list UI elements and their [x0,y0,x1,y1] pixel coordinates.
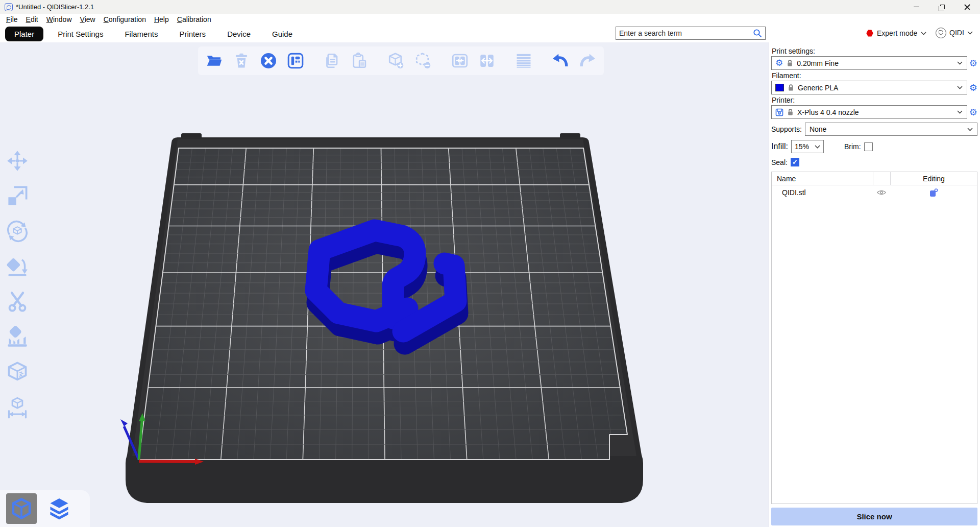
redo-button[interactable] [576,50,599,72]
measure-button[interactable] [5,395,30,420]
seam-painting-button[interactable] [5,360,30,385]
object-row-qidi-stl[interactable]: QIDI.stl [772,185,977,200]
delete-icon [232,52,251,70]
arrange-button[interactable] [284,50,307,72]
cut-button[interactable] [5,290,30,314]
qidislicer-window: *Untitled - QIDISlicer-1.2.1 File Edit W… [0,0,980,527]
split-to-parts-icon [478,52,496,70]
close-button[interactable] [954,0,980,14]
account-menu[interactable]: QIDI [936,26,973,40]
scale-button[interactable] [5,184,30,208]
print-settings-gear-button[interactable]: ⚙ [969,59,977,68]
chevron-down-icon [967,128,973,131]
seam-painting-icon [6,361,29,384]
filament-gear-button[interactable]: ⚙ [969,83,977,92]
slice-now-button[interactable]: Slice now [771,508,977,525]
object-list-header: Name Editing [772,172,977,185]
search-icon[interactable] [752,28,763,38]
print-settings-value: 0.20mm Fine [797,59,953,67]
gizmo-toolbar [5,149,30,420]
copy-button[interactable] [321,50,344,72]
rotate-button[interactable] [5,219,30,244]
paste-button[interactable] [348,50,371,72]
brim-checkbox[interactable] [864,142,873,151]
variable-layer-height-icon [514,52,533,70]
paint-supports-button[interactable] [5,325,30,349]
filament-combo[interactable]: Generic PLA [771,81,967,94]
menu-configuration[interactable]: Configuration [100,14,150,25]
search-input[interactable] [616,29,752,37]
filament-color-swatch [775,84,784,91]
eye-icon [877,189,886,196]
chevron-down-icon [967,31,973,35]
brim-label: Brim: [844,142,861,151]
arrange-icon [286,52,305,70]
undo-button[interactable] [549,50,572,72]
editor-3d-view-button[interactable] [6,493,37,524]
tab-plater[interactable]: Plater [5,27,43,41]
lock-icon [788,84,794,91]
menu-file[interactable]: File [2,14,22,25]
move-button[interactable] [5,149,30,173]
window-controls [903,0,980,14]
tab-printers[interactable]: Printers [172,27,213,41]
restore-button[interactable] [929,0,954,14]
viewport-3d[interactable] [0,42,769,527]
menu-view[interactable]: View [76,14,100,25]
menu-help[interactable]: Help [150,14,173,25]
tab-filaments[interactable]: Filaments [117,27,165,41]
tabbar: Plater Print Settings Filaments Printers… [0,25,980,42]
cut-icon [6,291,29,313]
minimize-button[interactable] [903,0,929,14]
tab-device[interactable]: Device [220,27,258,41]
menu-calibration[interactable]: Calibration [173,14,215,25]
menu-edit[interactable]: Edit [22,14,42,25]
undo-icon [551,51,570,70]
restore-icon [940,5,945,9]
visibility-toggle[interactable] [873,189,890,196]
tab-guide[interactable]: Guide [265,27,300,41]
split-to-objects-button[interactable] [449,50,471,72]
chevron-down-icon [957,110,963,114]
delete-all-button[interactable] [257,50,280,72]
printer-label: Printer: [772,96,977,104]
supports-combo[interactable]: None [805,123,977,136]
delete-all-icon [259,52,278,70]
close-icon [964,4,970,10]
lock-icon [787,108,794,116]
preview-layers-view-button[interactable] [44,493,75,524]
split-to-parts-button[interactable] [476,50,498,72]
chevron-down-icon [957,61,963,65]
window-title: *Untitled - QIDISlicer-1.2.1 [16,3,94,11]
place-on-face-button[interactable] [5,254,30,279]
copy-icon [323,52,341,70]
printer-gear-button[interactable]: ⚙ [969,108,977,117]
measure-icon [6,396,29,419]
menu-window[interactable]: Window [42,14,76,25]
supports-value: None [810,125,967,133]
filament-label: Filament: [772,71,977,80]
account-label: QIDI [949,29,964,37]
paint-supports-icon [6,326,29,348]
open-folder-button[interactable] [203,50,226,72]
titlebar: *Untitled - QIDISlicer-1.2.1 [0,0,980,14]
infill-combo[interactable]: 15% [791,140,824,153]
open-folder-icon [205,52,224,70]
variable-layer-height-button[interactable] [512,50,535,72]
mode-selector[interactable]: Expert mode [866,27,926,40]
split-to-objects-icon [451,52,469,70]
delete-button[interactable] [230,50,253,72]
supports-label: Supports: [771,125,802,133]
printer-icon [775,108,783,116]
tab-print-settings[interactable]: Print Settings [51,27,110,41]
add-instance-button[interactable] [385,50,407,72]
cube-3d-view-icon [10,497,33,520]
paste-icon [350,52,369,70]
printer-combo[interactable]: X-Plus 4 0.4 nozzle [771,105,967,119]
lock-icon [787,59,793,67]
edit-object-button[interactable] [890,188,977,197]
place-on-face-icon [6,255,29,278]
seal-checkbox[interactable]: ✓ [791,158,799,166]
remove-instance-button[interactable] [412,50,434,72]
print-settings-combo[interactable]: ⚙ 0.20mm Fine [771,56,967,70]
